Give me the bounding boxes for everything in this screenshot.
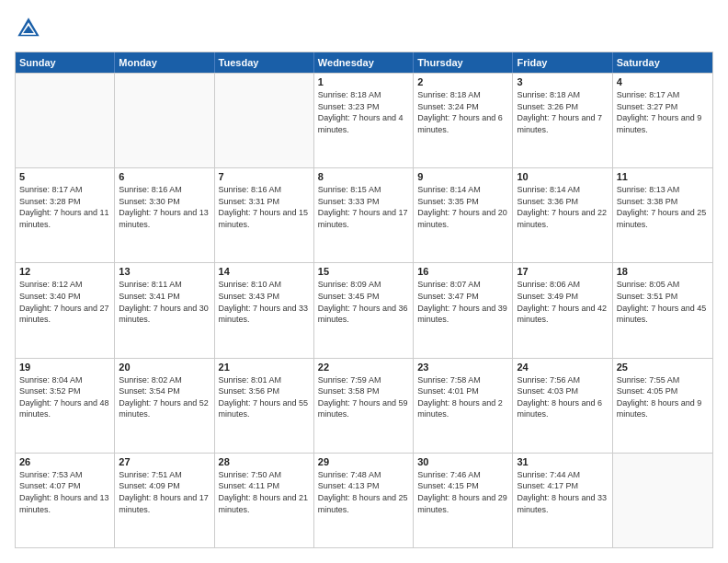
cell-info: Sunrise: 7:53 AMSunset: 4:07 PMDaylight:… [19, 469, 110, 515]
cell-info: Sunrise: 8:16 AMSunset: 3:30 PMDaylight:… [119, 184, 210, 230]
day-cell-29: 29Sunrise: 7:48 AMSunset: 4:13 PMDayligh… [314, 454, 414, 547]
day-number: 18 [617, 266, 709, 277]
day-number: 12 [19, 266, 110, 277]
page: SundayMondayTuesdayWednesdayThursdayFrid… [0, 0, 728, 563]
day-number: 8 [318, 171, 409, 182]
week-row-1: 1Sunrise: 8:18 AMSunset: 3:23 PMDaylight… [16, 73, 712, 167]
day-number: 20 [119, 362, 210, 373]
day-number: 30 [417, 456, 508, 467]
day-number: 19 [19, 362, 110, 373]
day-number: 1 [318, 76, 409, 87]
day-number: 22 [318, 362, 409, 373]
day-number: 16 [417, 266, 508, 277]
day-number: 9 [417, 171, 508, 182]
day-cell-10: 10Sunrise: 8:14 AMSunset: 3:36 PMDayligh… [513, 168, 612, 262]
day-cell-6: 6Sunrise: 8:16 AMSunset: 3:30 PMDaylight… [115, 168, 214, 262]
day-cell-8: 8Sunrise: 8:15 AMSunset: 3:33 PMDaylight… [314, 168, 414, 262]
day-cell-27: 27Sunrise: 7:51 AMSunset: 4:09 PMDayligh… [115, 454, 214, 547]
day-cell-28: 28Sunrise: 7:50 AMSunset: 4:11 PMDayligh… [215, 454, 314, 547]
day-number: 2 [417, 76, 508, 87]
empty-cell [613, 454, 712, 547]
day-number: 26 [19, 456, 110, 467]
day-number: 24 [517, 362, 608, 373]
cell-info: Sunrise: 7:44 AMSunset: 4:17 PMDaylight:… [517, 469, 608, 515]
cell-info: Sunrise: 7:46 AMSunset: 4:15 PMDaylight:… [417, 469, 508, 515]
logo [15, 15, 46, 42]
day-cell-2: 2Sunrise: 8:18 AMSunset: 3:24 PMDaylight… [414, 74, 513, 167]
day-cell-11: 11Sunrise: 8:13 AMSunset: 3:38 PMDayligh… [613, 168, 712, 262]
empty-cell [115, 74, 214, 167]
week-row-2: 5Sunrise: 8:17 AMSunset: 3:28 PMDaylight… [16, 167, 712, 262]
cell-info: Sunrise: 8:18 AMSunset: 3:26 PMDaylight:… [517, 89, 608, 135]
day-header-tuesday: Tuesday [215, 52, 314, 73]
week-row-4: 19Sunrise: 8:04 AMSunset: 3:52 PMDayligh… [16, 358, 712, 453]
day-number: 11 [617, 171, 709, 182]
day-cell-20: 20Sunrise: 8:02 AMSunset: 3:54 PMDayligh… [115, 359, 214, 453]
cell-info: Sunrise: 8:05 AMSunset: 3:51 PMDaylight:… [617, 279, 709, 325]
cell-info: Sunrise: 7:56 AMSunset: 4:03 PMDaylight:… [517, 374, 608, 420]
day-cell-12: 12Sunrise: 8:12 AMSunset: 3:40 PMDayligh… [16, 263, 115, 357]
day-header-saturday: Saturday [613, 52, 712, 73]
cell-info: Sunrise: 8:12 AMSunset: 3:40 PMDaylight:… [19, 279, 110, 325]
day-cell-31: 31Sunrise: 7:44 AMSunset: 4:17 PMDayligh… [513, 454, 612, 547]
day-number: 7 [219, 171, 310, 182]
cell-info: Sunrise: 8:15 AMSunset: 3:33 PMDaylight:… [318, 184, 409, 230]
calendar-header: SundayMondayTuesdayWednesdayThursdayFrid… [16, 52, 712, 73]
day-cell-4: 4Sunrise: 8:17 AMSunset: 3:27 PMDaylight… [613, 74, 712, 167]
day-number: 14 [219, 266, 310, 277]
cell-info: Sunrise: 8:09 AMSunset: 3:45 PMDaylight:… [318, 279, 409, 325]
day-header-sunday: Sunday [16, 52, 115, 73]
cell-info: Sunrise: 8:14 AMSunset: 3:35 PMDaylight:… [417, 184, 508, 230]
day-number: 31 [517, 456, 608, 467]
day-number: 17 [517, 266, 608, 277]
day-cell-14: 14Sunrise: 8:10 AMSunset: 3:43 PMDayligh… [215, 263, 314, 357]
cell-info: Sunrise: 8:10 AMSunset: 3:43 PMDaylight:… [219, 279, 310, 325]
day-cell-21: 21Sunrise: 8:01 AMSunset: 3:56 PMDayligh… [215, 359, 314, 453]
day-number: 6 [119, 171, 210, 182]
cell-info: Sunrise: 7:58 AMSunset: 4:01 PMDaylight:… [417, 374, 508, 420]
day-number: 5 [19, 171, 110, 182]
empty-cell [16, 74, 115, 167]
day-cell-5: 5Sunrise: 8:17 AMSunset: 3:28 PMDaylight… [16, 168, 115, 262]
cell-info: Sunrise: 7:51 AMSunset: 4:09 PMDaylight:… [119, 469, 210, 515]
day-cell-22: 22Sunrise: 7:59 AMSunset: 3:58 PMDayligh… [314, 359, 414, 453]
day-number: 3 [517, 76, 608, 87]
cell-info: Sunrise: 8:17 AMSunset: 3:28 PMDaylight:… [19, 184, 110, 230]
cell-info: Sunrise: 7:55 AMSunset: 4:05 PMDaylight:… [617, 374, 709, 420]
day-number: 29 [318, 456, 409, 467]
cell-info: Sunrise: 8:01 AMSunset: 3:56 PMDaylight:… [219, 374, 310, 420]
day-cell-26: 26Sunrise: 7:53 AMSunset: 4:07 PMDayligh… [16, 454, 115, 547]
header [15, 15, 713, 42]
day-cell-16: 16Sunrise: 8:07 AMSunset: 3:47 PMDayligh… [414, 263, 513, 357]
cell-info: Sunrise: 8:06 AMSunset: 3:49 PMDaylight:… [517, 279, 608, 325]
day-number: 25 [617, 362, 709, 373]
day-cell-19: 19Sunrise: 8:04 AMSunset: 3:52 PMDayligh… [16, 359, 115, 453]
day-header-wednesday: Wednesday [314, 52, 414, 73]
day-cell-15: 15Sunrise: 8:09 AMSunset: 3:45 PMDayligh… [314, 263, 414, 357]
day-number: 23 [417, 362, 508, 373]
day-header-thursday: Thursday [414, 52, 513, 73]
day-cell-3: 3Sunrise: 8:18 AMSunset: 3:26 PMDaylight… [513, 74, 612, 167]
cell-info: Sunrise: 8:18 AMSunset: 3:23 PMDaylight:… [318, 89, 409, 135]
day-number: 21 [219, 362, 310, 373]
calendar-body: 1Sunrise: 8:18 AMSunset: 3:23 PMDaylight… [16, 73, 712, 547]
cell-info: Sunrise: 8:14 AMSunset: 3:36 PMDaylight:… [517, 184, 608, 230]
empty-cell [215, 74, 314, 167]
week-row-5: 26Sunrise: 7:53 AMSunset: 4:07 PMDayligh… [16, 453, 712, 547]
day-number: 15 [318, 266, 409, 277]
cell-info: Sunrise: 8:16 AMSunset: 3:31 PMDaylight:… [219, 184, 310, 230]
cell-info: Sunrise: 7:59 AMSunset: 3:58 PMDaylight:… [318, 374, 409, 420]
day-number: 28 [219, 456, 310, 467]
day-cell-24: 24Sunrise: 7:56 AMSunset: 4:03 PMDayligh… [513, 359, 612, 453]
day-number: 13 [119, 266, 210, 277]
day-number: 4 [617, 76, 709, 87]
day-cell-30: 30Sunrise: 7:46 AMSunset: 4:15 PMDayligh… [414, 454, 513, 547]
day-cell-7: 7Sunrise: 8:16 AMSunset: 3:31 PMDaylight… [215, 168, 314, 262]
day-cell-9: 9Sunrise: 8:14 AMSunset: 3:35 PMDaylight… [414, 168, 513, 262]
day-cell-18: 18Sunrise: 8:05 AMSunset: 3:51 PMDayligh… [613, 263, 712, 357]
cell-info: Sunrise: 8:04 AMSunset: 3:52 PMDaylight:… [19, 374, 110, 420]
logo-icon [15, 15, 42, 42]
cell-info: Sunrise: 8:17 AMSunset: 3:27 PMDaylight:… [617, 89, 709, 135]
day-cell-1: 1Sunrise: 8:18 AMSunset: 3:23 PMDaylight… [314, 74, 414, 167]
cell-info: Sunrise: 7:50 AMSunset: 4:11 PMDaylight:… [219, 469, 310, 515]
